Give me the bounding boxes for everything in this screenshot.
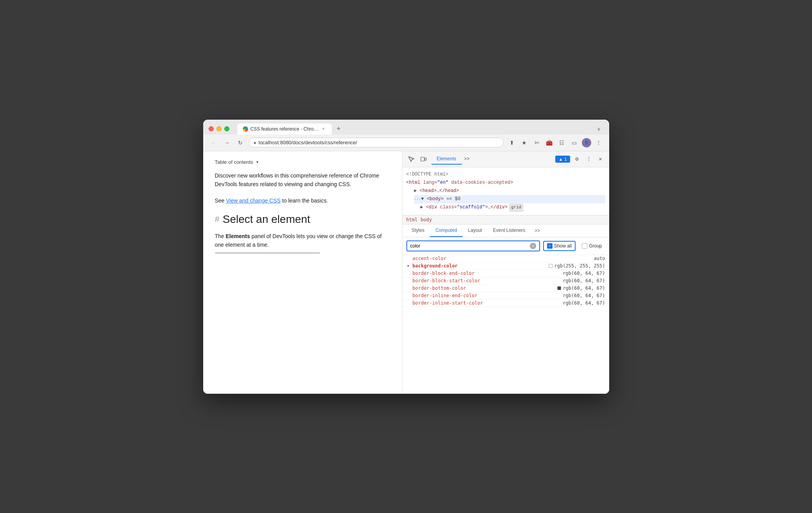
tab-event-listeners[interactable]: Event Listeners [488, 224, 531, 237]
devtools-icon[interactable]: ☷ [557, 138, 567, 148]
devtools-right-actions: ▲ 1 ⚙ ⋮ ✕ [555, 154, 605, 164]
tab-layout[interactable]: Layout [463, 224, 488, 237]
css-value-border-block-end-color: rgb(60, 64, 67) [563, 271, 605, 276]
css-value-border-inline-end-color: rgb(60, 64, 67) [563, 293, 605, 298]
title-bar: CSS features reference - Chro… × + ∨ [203, 120, 609, 135]
menu-icon[interactable]: ⋮ [594, 138, 604, 148]
back-button[interactable]: ← [209, 138, 219, 148]
group-checkbox[interactable] [582, 243, 587, 249]
share-icon[interactable]: ⬆ [507, 138, 517, 148]
css-row-border-block-start-color[interactable]: border-block-start-color rgb(60, 64, 67) [402, 277, 609, 285]
color-swatch-dark [557, 286, 561, 290]
toc-header: Table of contents ▼ [215, 159, 390, 165]
svg-rect-1 [425, 158, 426, 160]
css-properties-list: accent-color auto ▶ background-color rgb… [402, 255, 609, 394]
badge-count: 1 [564, 157, 567, 161]
dom-line-head: ▶ <head>…</head> [414, 187, 605, 195]
devtools-more-tabs[interactable]: >> [462, 155, 472, 163]
div-expand-icon[interactable]: ▶ [420, 204, 423, 211]
css-row-border-inline-end-color[interactable]: border-inline-end-color rgb(60, 64, 67) [402, 292, 609, 300]
maximize-window-button[interactable] [224, 126, 229, 131]
tab-computed[interactable]: Computed [430, 224, 462, 237]
group-label: Group [589, 243, 602, 249]
head-expand-icon[interactable]: ▶ [414, 187, 417, 195]
svg-rect-0 [421, 157, 424, 161]
css-value-border-inline-start-color: rgb(60, 64, 67) [563, 300, 605, 306]
head-text: <head>…</head> [417, 187, 459, 195]
section-body-prefix: The [215, 233, 226, 239]
dom-line-div: ▶ <div class="scaffold">…</div> grid [420, 203, 605, 212]
page-description-1: Discover new workflows in this comprehen… [215, 171, 390, 189]
css-prop-border-block-end-color: border-block-end-color [406, 271, 563, 276]
reload-button[interactable]: ↻ [235, 138, 245, 148]
description-suffix: to learn the basics. [281, 197, 328, 204]
tab-styles[interactable]: Styles [406, 224, 430, 237]
show-all-wrapper: Show all [543, 241, 576, 251]
body-dots: ··· [414, 196, 421, 203]
css-prop-border-block-start-color: border-block-start-color [406, 278, 563, 283]
expand-icon [406, 301, 411, 305]
tab-elements[interactable]: Elements [431, 154, 462, 165]
tab-close-button[interactable]: × [321, 126, 326, 132]
css-row-border-inline-start-color[interactable]: border-inline-start-color rgb(60, 64, 67… [402, 300, 609, 307]
section-hash: # [215, 214, 220, 224]
device-mode-icon[interactable] [419, 154, 428, 164]
section-body-bold: Elements [226, 233, 250, 239]
bookmark-icon[interactable]: ★ [519, 138, 529, 148]
show-all-label: Show all [554, 243, 572, 249]
expand-icon [406, 278, 411, 283]
tab-menu-button[interactable]: ∨ [594, 125, 604, 133]
body-expand-icon[interactable]: ▼ [421, 196, 424, 203]
tab-favicon [243, 126, 248, 132]
breadcrumb-html[interactable]: html [406, 217, 418, 222]
devtools-more-icon[interactable]: ⋮ [584, 154, 594, 164]
toc-label: Table of contents [215, 159, 253, 165]
element-picker-icon[interactable] [406, 154, 416, 164]
css-prop-background-color: ▶ background-color [406, 263, 549, 269]
main-area: Table of contents ▼ Discover new workflo… [203, 151, 609, 394]
computed-more-tabs[interactable]: >> [532, 226, 542, 235]
filter-clear-button[interactable]: ✕ [530, 243, 536, 249]
close-devtools-icon[interactable]: ✕ [596, 154, 605, 164]
expand-icon [406, 286, 411, 291]
lock-icon: ● [254, 140, 256, 145]
color-swatch-white [549, 264, 553, 268]
back-icon: ← [211, 140, 216, 146]
extensions-icon[interactable]: 🧰 [544, 138, 554, 148]
cut-icon[interactable]: ✄ [532, 138, 542, 148]
devtools-toolbar: Elements >> ▲ 1 ⚙ ⋮ ✕ [402, 151, 609, 167]
css-value-accent-color: auto [594, 256, 605, 261]
traffic-lights [209, 126, 229, 131]
settings-icon[interactable]: ⚙ [572, 154, 582, 164]
show-all-checkbox[interactable] [547, 243, 553, 249]
new-tab-button[interactable]: + [333, 124, 344, 135]
breadcrumb-body[interactable]: body [420, 217, 432, 222]
description-link[interactable]: View and change CSS [226, 197, 281, 204]
tab-title: CSS features reference - Chro… [250, 126, 318, 132]
minimize-window-button[interactable] [216, 126, 222, 131]
user-avatar[interactable]: 👤 [582, 138, 591, 147]
css-prop-border-bottom-color: border-bottom-color [406, 285, 558, 291]
webpage-scrollbar[interactable] [215, 252, 320, 254]
forward-button[interactable]: → [222, 138, 232, 148]
css-row-border-block-end-color[interactable]: border-block-end-color rgb(60, 64, 67) [402, 270, 609, 277]
browser-tab-active[interactable]: CSS features reference - Chro… × [237, 124, 332, 135]
address-bar[interactable]: ● localhost:8080/docs/devtools/css/refer… [249, 138, 504, 147]
expand-icon[interactable]: ▶ [406, 264, 411, 268]
console-messages-button[interactable]: ▲ 1 [555, 156, 570, 163]
section-heading: # Select an element [215, 213, 390, 226]
css-row-background-color[interactable]: ▶ background-color rgb(255, 255, 255) [402, 262, 609, 270]
expand-icon [406, 271, 411, 276]
close-window-button[interactable] [209, 126, 214, 131]
reload-icon: ↻ [238, 140, 243, 146]
css-row-accent-color[interactable]: accent-color auto [402, 255, 609, 262]
css-row-border-bottom-color[interactable]: border-bottom-color rgb(60, 64, 67) [402, 285, 609, 292]
css-prop-border-inline-end-color: border-inline-end-color [406, 293, 563, 298]
dom-line-html: <html lang="en" data-cookies-accepted> [406, 179, 605, 187]
computed-panel-tabs: Styles Computed Layout Event Listeners >… [402, 224, 609, 237]
browser-toolbar: ← → ↻ ● localhost:8080/docs/devtools/css… [203, 135, 609, 151]
sidebar-icon[interactable]: ▭ [569, 138, 579, 148]
dom-line-body[interactable]: ··· ▼ <body> == $0 [414, 195, 605, 203]
url-text: localhost:8080/docs/devtools/css/referen… [259, 140, 357, 145]
filter-input[interactable] [410, 243, 528, 249]
